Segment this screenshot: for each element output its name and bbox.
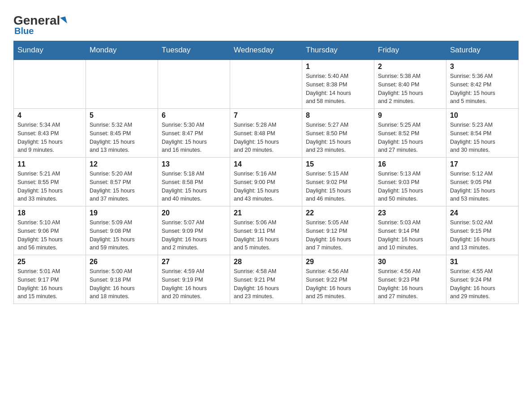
calendar-cell: 6Sunrise: 5:30 AM Sunset: 8:47 PM Daylig… xyxy=(158,109,230,158)
day-info: Sunrise: 5:30 AM Sunset: 8:47 PM Dayligh… xyxy=(162,121,226,154)
day-info: Sunrise: 5:10 AM Sunset: 9:06 PM Dayligh… xyxy=(17,218,82,252)
calendar-week-row: 4Sunrise: 5:34 AM Sunset: 8:43 PM Daylig… xyxy=(14,109,519,158)
calendar-header-saturday: Saturday xyxy=(446,41,519,60)
day-number: 27 xyxy=(162,258,226,266)
calendar-cell: 3Sunrise: 5:36 AM Sunset: 8:42 PM Daylig… xyxy=(446,60,519,109)
calendar-header-row: SundayMondayTuesdayWednesdayThursdayFrid… xyxy=(14,41,519,60)
day-number: 19 xyxy=(90,209,154,217)
calendar-header-thursday: Thursday xyxy=(302,41,374,60)
calendar-cell: 30Sunrise: 4:56 AM Sunset: 9:23 PM Dayli… xyxy=(374,255,446,304)
calendar-header-monday: Monday xyxy=(86,41,158,60)
day-number: 21 xyxy=(234,209,298,217)
calendar-cell: 23Sunrise: 5:03 AM Sunset: 9:14 PM Dayli… xyxy=(374,206,446,255)
day-info: Sunrise: 5:07 AM Sunset: 9:09 PM Dayligh… xyxy=(162,218,226,252)
day-number: 10 xyxy=(450,111,515,120)
day-number: 3 xyxy=(450,63,515,71)
calendar-cell: 5Sunrise: 5:32 AM Sunset: 8:45 PM Daylig… xyxy=(86,109,158,158)
day-number: 26 xyxy=(90,258,154,266)
calendar-cell: 13Sunrise: 5:18 AM Sunset: 8:58 PM Dayli… xyxy=(158,158,230,206)
day-number: 30 xyxy=(378,258,442,266)
day-number: 12 xyxy=(90,160,154,168)
day-info: Sunrise: 5:03 AM Sunset: 9:14 PM Dayligh… xyxy=(378,218,442,252)
calendar-cell: 31Sunrise: 4:55 AM Sunset: 9:24 PM Dayli… xyxy=(446,255,519,304)
day-info: Sunrise: 5:40 AM Sunset: 8:38 PM Dayligh… xyxy=(306,72,370,106)
calendar-header-wednesday: Wednesday xyxy=(230,41,302,60)
calendar-cell: 16Sunrise: 5:13 AM Sunset: 9:03 PM Dayli… xyxy=(374,158,446,206)
day-number: 14 xyxy=(234,160,298,168)
day-number: 16 xyxy=(378,160,442,168)
day-number: 25 xyxy=(17,258,82,266)
day-info: Sunrise: 4:58 AM Sunset: 9:21 PM Dayligh… xyxy=(234,267,298,301)
calendar-week-row: 1Sunrise: 5:40 AM Sunset: 8:38 PM Daylig… xyxy=(14,60,519,109)
calendar-cell xyxy=(230,60,302,109)
calendar-cell xyxy=(14,60,86,109)
day-info: Sunrise: 5:18 AM Sunset: 8:58 PM Dayligh… xyxy=(162,170,226,203)
day-number: 13 xyxy=(162,160,226,168)
calendar-cell: 26Sunrise: 5:00 AM Sunset: 9:18 PM Dayli… xyxy=(86,255,158,304)
day-info: Sunrise: 5:00 AM Sunset: 9:18 PM Dayligh… xyxy=(90,267,154,301)
day-number: 28 xyxy=(234,258,298,266)
calendar-cell: 28Sunrise: 4:58 AM Sunset: 9:21 PM Dayli… xyxy=(230,255,302,304)
day-number: 29 xyxy=(306,258,370,266)
day-number: 7 xyxy=(234,111,298,120)
calendar-header-tuesday: Tuesday xyxy=(158,41,230,60)
day-number: 6 xyxy=(162,111,226,120)
day-info: Sunrise: 5:01 AM Sunset: 9:17 PM Dayligh… xyxy=(17,267,82,301)
day-number: 11 xyxy=(17,160,82,168)
day-number: 15 xyxy=(306,160,370,168)
calendar-header-sunday: Sunday xyxy=(14,41,86,60)
day-number: 17 xyxy=(450,160,515,168)
day-number: 20 xyxy=(162,209,226,217)
day-info: Sunrise: 5:02 AM Sunset: 9:15 PM Dayligh… xyxy=(450,218,515,252)
calendar-cell: 14Sunrise: 5:16 AM Sunset: 9:00 PM Dayli… xyxy=(230,158,302,206)
day-info: Sunrise: 5:21 AM Sunset: 8:55 PM Dayligh… xyxy=(17,170,82,203)
calendar-cell: 10Sunrise: 5:23 AM Sunset: 8:54 PM Dayli… xyxy=(446,109,519,158)
day-info: Sunrise: 5:27 AM Sunset: 8:50 PM Dayligh… xyxy=(306,121,370,154)
calendar-cell: 25Sunrise: 5:01 AM Sunset: 9:17 PM Dayli… xyxy=(14,255,86,304)
day-info: Sunrise: 5:25 AM Sunset: 8:52 PM Dayligh… xyxy=(378,121,442,154)
day-info: Sunrise: 5:38 AM Sunset: 8:40 PM Dayligh… xyxy=(378,72,442,106)
calendar-cell: 2Sunrise: 5:38 AM Sunset: 8:40 PM Daylig… xyxy=(374,60,446,109)
day-info: Sunrise: 5:32 AM Sunset: 8:45 PM Dayligh… xyxy=(90,121,154,154)
day-info: Sunrise: 5:36 AM Sunset: 8:42 PM Dayligh… xyxy=(450,72,515,106)
calendar-cell: 27Sunrise: 4:59 AM Sunset: 9:19 PM Dayli… xyxy=(158,255,230,304)
day-number: 18 xyxy=(17,209,82,217)
calendar-cell xyxy=(158,60,230,109)
day-info: Sunrise: 5:34 AM Sunset: 8:43 PM Dayligh… xyxy=(17,121,82,154)
calendar-cell: 4Sunrise: 5:34 AM Sunset: 8:43 PM Daylig… xyxy=(14,109,86,158)
day-number: 22 xyxy=(306,209,370,217)
day-info: Sunrise: 5:05 AM Sunset: 9:12 PM Dayligh… xyxy=(306,218,370,252)
calendar-cell: 1Sunrise: 5:40 AM Sunset: 8:38 PM Daylig… xyxy=(302,60,374,109)
day-info: Sunrise: 5:06 AM Sunset: 9:11 PM Dayligh… xyxy=(234,218,298,252)
day-number: 1 xyxy=(306,63,370,71)
day-info: Sunrise: 5:13 AM Sunset: 9:03 PM Dayligh… xyxy=(378,170,442,203)
calendar-cell xyxy=(86,60,158,109)
day-number: 24 xyxy=(450,209,515,217)
calendar-cell: 20Sunrise: 5:07 AM Sunset: 9:09 PM Dayli… xyxy=(158,206,230,255)
day-number: 31 xyxy=(450,258,515,266)
calendar-cell: 12Sunrise: 5:20 AM Sunset: 8:57 PM Dayli… xyxy=(86,158,158,206)
calendar-cell: 15Sunrise: 5:15 AM Sunset: 9:02 PM Dayli… xyxy=(302,158,374,206)
day-number: 23 xyxy=(378,209,442,217)
day-info: Sunrise: 4:59 AM Sunset: 9:19 PM Dayligh… xyxy=(162,267,226,301)
day-info: Sunrise: 5:16 AM Sunset: 9:00 PM Dayligh… xyxy=(234,170,298,203)
calendar-table: SundayMondayTuesdayWednesdayThursdayFrid… xyxy=(13,41,519,304)
calendar-cell: 18Sunrise: 5:10 AM Sunset: 9:06 PM Dayli… xyxy=(14,206,86,255)
logo-blue: Blue xyxy=(14,26,34,36)
day-info: Sunrise: 5:09 AM Sunset: 9:08 PM Dayligh… xyxy=(90,218,154,252)
calendar-week-row: 25Sunrise: 5:01 AM Sunset: 9:17 PM Dayli… xyxy=(14,255,519,304)
logo-arrow-icon xyxy=(60,17,67,25)
calendar-cell: 19Sunrise: 5:09 AM Sunset: 9:08 PM Dayli… xyxy=(86,206,158,255)
calendar-cell: 17Sunrise: 5:12 AM Sunset: 9:05 PM Dayli… xyxy=(446,158,519,206)
calendar-cell: 29Sunrise: 4:56 AM Sunset: 9:22 PM Dayli… xyxy=(302,255,374,304)
day-info: Sunrise: 5:20 AM Sunset: 8:57 PM Dayligh… xyxy=(90,170,154,203)
day-info: Sunrise: 5:23 AM Sunset: 8:54 PM Dayligh… xyxy=(450,121,515,154)
page-header: General Blue xyxy=(13,9,519,36)
day-number: 4 xyxy=(17,111,82,120)
calendar-week-row: 11Sunrise: 5:21 AM Sunset: 8:55 PM Dayli… xyxy=(14,158,519,206)
day-info: Sunrise: 5:28 AM Sunset: 8:48 PM Dayligh… xyxy=(234,121,298,154)
calendar-cell: 21Sunrise: 5:06 AM Sunset: 9:11 PM Dayli… xyxy=(230,206,302,255)
calendar-cell: 9Sunrise: 5:25 AM Sunset: 8:52 PM Daylig… xyxy=(374,109,446,158)
day-number: 8 xyxy=(306,111,370,120)
calendar-cell: 22Sunrise: 5:05 AM Sunset: 9:12 PM Dayli… xyxy=(302,206,374,255)
